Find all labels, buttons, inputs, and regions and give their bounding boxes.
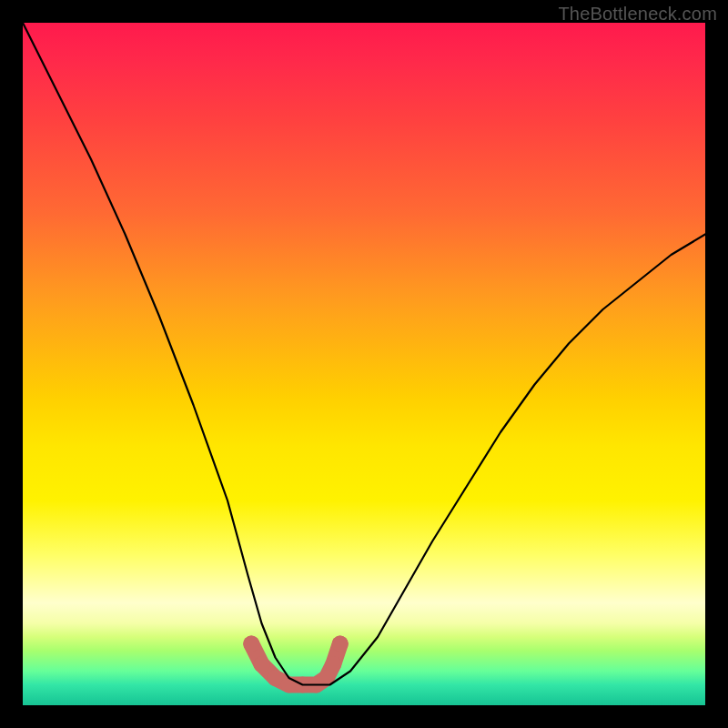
curve-highlight	[243, 636, 349, 693]
watermark-text: TheBottleneck.com	[558, 4, 717, 25]
highlight-dot	[325, 656, 341, 672]
chart-svg	[23, 23, 705, 705]
highlight-dot	[254, 656, 270, 672]
chart-container: TheBottleneck.com	[0, 0, 728, 728]
highlight-dot	[243, 636, 259, 652]
bottleneck-curve	[23, 23, 705, 685]
plot-area	[23, 23, 705, 705]
highlight-dot	[332, 636, 349, 652]
